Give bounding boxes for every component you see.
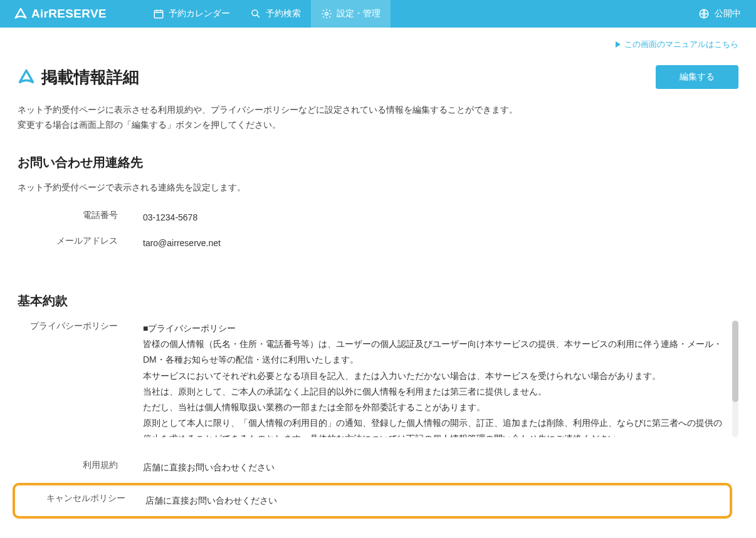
publish-status[interactable]: 公開中 bbox=[683, 0, 756, 28]
cancel-policy-highlight: キャンセルポリシー 店舗に直接お問い合わせください bbox=[13, 483, 732, 519]
email-label: メールアドレス bbox=[18, 235, 143, 247]
svg-rect-0 bbox=[154, 11, 163, 18]
privacy-value: ■プライバシーポリシー 皆様の個人情報（氏名・住所・電話番号等）は、ユーザーの個… bbox=[143, 321, 730, 437]
nav-settings[interactable]: 設定・管理 bbox=[311, 0, 391, 28]
privacy-scroll: ■プライバシーポリシー 皆様の個人情報（氏名・住所・電話番号等）は、ユーザーの個… bbox=[143, 321, 730, 437]
publish-status-label: 公開中 bbox=[715, 8, 741, 19]
page-description: ネット予約受付ページに表示させる利用規約や、プライバシーポリシーなどに設定されて… bbox=[18, 103, 738, 133]
phone-value: 03-1234-5678 bbox=[143, 210, 201, 225]
tos-row: 利用規約 店舗に直接お問い合わせください bbox=[18, 455, 738, 480]
cancel-label: キャンセルポリシー bbox=[15, 493, 145, 504]
nav-settings-label: 設定・管理 bbox=[337, 8, 381, 19]
page-title: 掲載情報詳細 bbox=[41, 66, 139, 88]
logo[interactable]: AirRESERVE bbox=[0, 0, 118, 28]
calendar-icon bbox=[153, 8, 164, 19]
privacy-scrollbar[interactable] bbox=[732, 321, 738, 437]
logo-icon bbox=[14, 7, 28, 21]
globe-icon bbox=[698, 8, 710, 19]
title-row: 掲載情報詳細 編集する bbox=[18, 65, 738, 89]
terms-heading: 基本約款 bbox=[18, 292, 738, 309]
scrollbar-thumb[interactable] bbox=[732, 321, 738, 402]
manual-bar: この画面のマニュアルはこちら bbox=[0, 28, 756, 50]
cancel-row: キャンセルポリシー 店舗に直接お問い合わせください bbox=[15, 488, 730, 514]
triangle-icon bbox=[616, 41, 621, 48]
title-left: 掲載情報詳細 bbox=[18, 66, 139, 88]
svg-point-2 bbox=[325, 13, 328, 16]
tos-label: 利用規約 bbox=[18, 460, 143, 471]
tos-value: 店舗に直接お問い合わせください bbox=[143, 460, 278, 475]
search-icon bbox=[250, 8, 261, 19]
nav-calendar[interactable]: 予約カレンダー bbox=[143, 0, 240, 28]
phone-row: 電話番号 03-1234-5678 bbox=[18, 205, 738, 230]
contact-heading: お問い合わせ用連絡先 bbox=[18, 154, 738, 171]
desc-line1: ネット予約受付ページに表示させる利用規約や、プライバシーポリシーなどに設定されて… bbox=[18, 103, 738, 118]
nav-search-label: 予約検索 bbox=[266, 8, 301, 19]
manual-link-label: この画面のマニュアルはこちら bbox=[624, 39, 738, 50]
privacy-row: プライバシーポリシー ■プライバシーポリシー 皆様の個人情報（氏名・住所・電話番… bbox=[18, 321, 738, 437]
contact-description: ネット予約受付ページで表示される連絡先を設定します。 bbox=[18, 182, 738, 194]
svg-point-1 bbox=[252, 10, 258, 16]
email-value: taro@airreserve.net bbox=[143, 235, 224, 251]
app-header: AirRESERVE 予約カレンダー 予約検索 設定・管理 公開中 bbox=[0, 0, 756, 28]
gear-icon bbox=[321, 8, 332, 19]
nav-search[interactable]: 予約検索 bbox=[240, 0, 311, 28]
logo-text: AirRESERVE bbox=[31, 7, 107, 21]
page-content: 掲載情報詳細 編集する ネット予約受付ページに表示させる利用規約や、プライバシー… bbox=[0, 50, 756, 536]
phone-label: 電話番号 bbox=[18, 210, 143, 221]
desc-line2: 変更する場合は画面上部の「編集する」ボタンを押してください。 bbox=[18, 118, 738, 133]
main-nav: 予約カレンダー 予約検索 設定・管理 bbox=[143, 0, 391, 28]
title-icon bbox=[18, 68, 35, 86]
nav-calendar-label: 予約カレンダー bbox=[169, 8, 230, 19]
email-row: メールアドレス taro@airreserve.net bbox=[18, 230, 738, 256]
cancel-value: 店舗に直接お問い合わせください bbox=[145, 493, 281, 509]
manual-link[interactable]: この画面のマニュアルはこちら bbox=[616, 39, 738, 50]
privacy-label: プライバシーポリシー bbox=[18, 321, 143, 332]
edit-button[interactable]: 編集する bbox=[656, 65, 738, 89]
